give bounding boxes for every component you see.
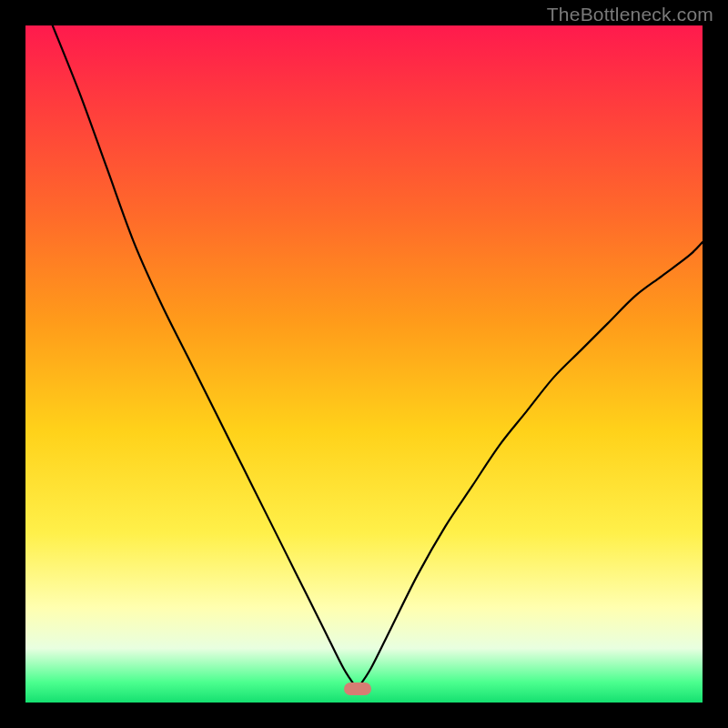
- chart-frame: TheBottleneck.com: [0, 0, 728, 728]
- curve-svg: [25, 25, 703, 703]
- curve-left-branch: [53, 25, 358, 689]
- bottleneck-marker: [344, 682, 371, 695]
- curve-right-branch: [358, 242, 703, 689]
- plot-area: [25, 25, 703, 703]
- watermark-text: TheBottleneck.com: [547, 4, 713, 25]
